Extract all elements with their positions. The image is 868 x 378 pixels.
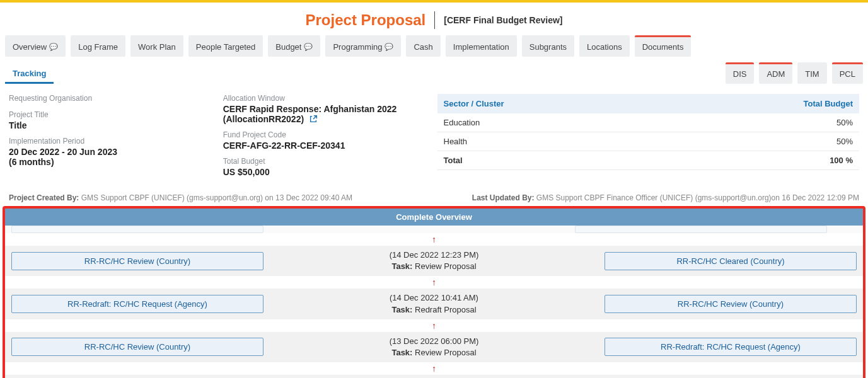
tab-pcl[interactable]: PCL [832,62,863,84]
tracking-date: (13 Dec 2022 06:00 PM) [293,336,575,347]
header-divider [434,11,435,29]
arrow-up-icon: ↑ [432,234,436,244]
tracking-row: RR-Redraft: RC/HC Request (Agency)(14 De… [5,289,863,319]
task-label: Task: [391,348,415,357]
tab-tim[interactable]: TIM [797,62,826,84]
tab-label: Subgrants [529,42,567,52]
tracking-date: (14 Dec 2022 10:41 AM) [293,292,575,304]
tracking-date: (14 Dec 2022 12:23 PM) [293,249,575,261]
value-total-budget: US $50,000 [223,167,427,177]
label-requesting-org: Requesting Organisation [9,94,213,103]
value-project-title: Title [9,120,213,130]
arrow-up-icon: ↑ [432,364,436,374]
tab-label: Cash [414,42,432,52]
arrow-up-icon: ↑ [432,321,436,331]
tab-work-plan[interactable]: Work Plan [130,35,183,57]
tab-documents[interactable]: Documents [635,35,692,57]
created-by-value: GMS Support CBPF (UNICEF) (gms-support@u… [81,193,352,202]
tab-label: PCL [840,69,855,79]
arrow-up-icon: ↑ [432,277,436,287]
created-by-label: Project Created By: [9,193,79,202]
tab-people-targeted[interactable]: People Targeted [188,35,263,57]
label-fund-code: Fund Project Code [223,130,427,139]
tab-label: TIM [805,69,819,79]
stage-to-button[interactable]: RR-RC/HC Review (Country) [605,295,857,313]
sector-table: Sector / Cluster Total Budget Education5… [437,94,860,170]
tab-label: ADM [767,69,785,79]
stage-from-button[interactable]: RR-RC/HC Review (Country) [11,252,263,270]
sector-name: Education [437,113,666,132]
stage-from-button[interactable]: RR-RC/HC Review (Country) [11,338,263,356]
tab-cash[interactable]: Cash [406,35,440,57]
tab-log-frame[interactable]: Log Frame [71,35,125,57]
external-link-icon[interactable] [306,114,318,124]
value-impl-period-2: (6 months) [9,157,213,167]
tab-label: Tracking [13,69,46,78]
tab-label: Programming [333,42,382,52]
task-label: Task: [391,261,415,271]
overview-header: Complete Overview [5,209,863,226]
task-value: Review Proposal [415,261,477,271]
comment-icon: 💬 [49,43,58,51]
comment-icon: 💬 [385,43,393,51]
tab-implementation[interactable]: Implementation [446,35,517,57]
tab-label: Budget [275,42,301,52]
stage-from-button[interactable]: RR-Redraft: RC/HC Request (Agency) [11,295,263,313]
table-row: Education50% [437,113,860,132]
stage-to-button[interactable]: RR-RC/HC Cleared (Country) [605,252,857,270]
label-alloc-window: Allocation Window [223,94,427,103]
page-subtitle: [CERF Final Budget Review] [444,15,562,25]
comment-icon: 💬 [304,43,313,51]
task-value: Redraft Proposal [415,305,477,314]
col-sector: Sector / Cluster [437,94,666,113]
value-fund-code: CERF-AFG-22-RR-CEF-20341 [223,140,427,151]
label-total-budget: Total Budget [223,157,427,166]
table-row-total: Total100 % [437,151,860,170]
updated-by-label: Last Updated By: [472,193,535,202]
sector-value: 50% [666,132,859,151]
tab-adm[interactable]: ADM [759,62,792,84]
page-title: Project Proposal [306,11,426,29]
tab-subgrants[interactable]: Subgrants [522,35,574,57]
tracking-row: RR-RC/HC Review (Country)(13 Dec 2022 06… [5,332,863,362]
tab-label: Log Frame [78,42,118,52]
tracking-overview-region: Complete Overview ↑RR-RC/HC Review (Coun… [3,206,865,378]
sector-name: Health [437,132,666,151]
task-value: Review Proposal [415,348,477,357]
updated-by-value: GMS Support CBPF Finance Officer (UNICEF… [536,193,859,202]
tab-overview[interactable]: Overview💬 [5,35,66,57]
tab-locations[interactable]: Locations [579,35,630,57]
value-impl-period-1: 20 Dec 2022 - 20 Jun 2023 [9,147,213,157]
tracking-row: RR-Proposal Draft (Agency)(13 Dec 2022 0… [5,375,863,378]
tab-label: Documents [642,42,684,52]
tab-label: Locations [587,42,622,52]
table-row: Health50% [437,132,860,151]
tab-label: DIS [733,69,747,79]
tabs-bar: Overview💬Log FrameWork PlanPeople Target… [0,35,868,88]
task-label: Task: [391,305,415,314]
tracking-row: RR-RC/HC Review (Country)(14 Dec 2022 12… [5,246,863,276]
sector-value: 50% [666,113,859,132]
stage-ghost-right [575,226,827,233]
tab-label: Overview [13,42,47,52]
tab-budget[interactable]: Budget💬 [268,35,320,57]
tab-label: People Targeted [196,42,255,52]
label-impl-period: Implementation Period [9,137,213,146]
sector-total-value: 100 % [666,151,859,170]
tab-tracking[interactable]: Tracking [5,62,54,84]
sector-total-label: Total [437,151,666,170]
label-project-title: Project Title [9,110,213,119]
tab-label: Implementation [453,42,509,52]
tab-dis[interactable]: DIS [726,62,755,84]
stage-ghost-left [11,226,263,233]
tab-programming[interactable]: Programming💬 [325,35,401,57]
col-total-budget: Total Budget [666,94,859,113]
tab-label: Work Plan [138,42,176,52]
stage-to-button[interactable]: RR-Redraft: RC/HC Request (Agency) [605,338,857,356]
